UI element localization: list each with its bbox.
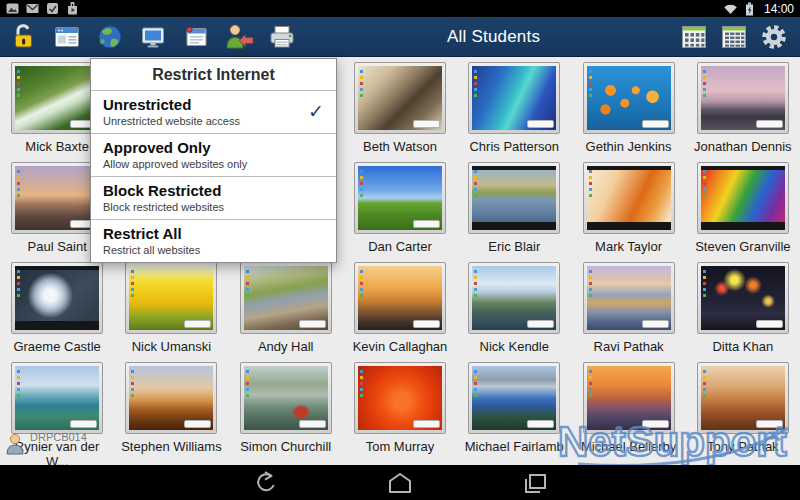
thumbnail-notification bbox=[299, 420, 326, 428]
desktop-icons bbox=[17, 170, 20, 173]
thumbnail-frame bbox=[125, 262, 217, 334]
monitor-icon bbox=[138, 22, 168, 52]
student-name-label: Simon Churchill bbox=[233, 439, 339, 454]
restrict-internet-button[interactable] bbox=[88, 17, 131, 57]
thumbnail-notification bbox=[642, 120, 669, 128]
student-tile[interactable]: DRPCB014 Rynier van der W... bbox=[0, 357, 114, 457]
student-screen-thumbnail bbox=[701, 166, 785, 230]
student-screen-thumbnail bbox=[244, 366, 328, 430]
student-tile[interactable]: Mark Taylor bbox=[571, 157, 685, 257]
thumbnail-view-button[interactable] bbox=[674, 17, 714, 57]
settings-button[interactable] bbox=[754, 17, 794, 57]
student-tile[interactable]: Andy Hall bbox=[229, 257, 343, 357]
desktop-icons bbox=[474, 70, 477, 73]
student-tile[interactable]: Kevin Callaghan bbox=[343, 257, 457, 357]
desktop-icons bbox=[360, 370, 363, 373]
desktop-icons bbox=[589, 270, 592, 273]
student-tile[interactable]: Eric Blair bbox=[457, 157, 571, 257]
desktop-icons bbox=[360, 170, 363, 173]
unlock-icon bbox=[9, 22, 39, 52]
desktop-icons bbox=[246, 370, 249, 373]
student-tile[interactable]: Steven Granville bbox=[686, 157, 800, 257]
thumbnail-frame bbox=[11, 262, 103, 334]
thumbnail-frame bbox=[468, 62, 560, 134]
thumbnail-notification bbox=[413, 420, 440, 428]
student-name-label: Ravi Pathak bbox=[576, 339, 682, 354]
thumbnail-frame bbox=[354, 362, 446, 434]
desktop-icons bbox=[17, 270, 20, 273]
thumbnail-notification bbox=[413, 120, 440, 128]
menu-item-description: Restrict all websites bbox=[103, 244, 324, 257]
blank-screen-button[interactable] bbox=[131, 17, 174, 57]
browser-window-button[interactable] bbox=[45, 17, 88, 57]
student-tile[interactable]: Nick Kendle bbox=[457, 257, 571, 357]
desktop-icons bbox=[17, 70, 20, 73]
student-tile[interactable]: Beth Watson bbox=[343, 57, 457, 157]
menu-item-label: Unrestricted bbox=[103, 96, 324, 114]
thumbnail-frame bbox=[697, 362, 789, 434]
student-tile[interactable]: Michael Bellerby bbox=[571, 357, 685, 457]
thumbnail-frame bbox=[697, 62, 789, 134]
thumbnail-notification bbox=[527, 120, 554, 128]
student-tile[interactable]: Gethin Jenkins bbox=[571, 57, 685, 157]
student-tile[interactable]: Simon Churchill bbox=[229, 357, 343, 457]
student-name-label: Nick Umanski bbox=[118, 339, 224, 354]
desktop-icons bbox=[703, 270, 706, 273]
thumbnail-notification bbox=[184, 320, 211, 328]
student-screen-thumbnail bbox=[129, 366, 213, 430]
student-tile[interactable]: Dan Carter bbox=[343, 157, 457, 257]
recent-apps-button[interactable] bbox=[517, 470, 553, 496]
menu-item-label: Restrict All bbox=[103, 225, 324, 243]
student-tile[interactable]: Jonathan Dennis bbox=[686, 57, 800, 157]
student-screen-thumbnail bbox=[358, 366, 442, 430]
student-tile[interactable]: Michael Fairlamb bbox=[457, 357, 571, 457]
student-tile[interactable]: Tom Murray bbox=[343, 357, 457, 457]
notes-button[interactable] bbox=[174, 17, 217, 57]
student-tile[interactable]: Tony Pathak bbox=[686, 357, 800, 457]
details-view-icon bbox=[720, 24, 748, 50]
desktop-icons bbox=[703, 70, 706, 73]
student-tile[interactable]: Ditta Khan bbox=[686, 257, 800, 357]
student-screen-thumbnail bbox=[15, 366, 99, 430]
student-sign-out-button[interactable] bbox=[217, 17, 260, 57]
thumbnail-frame bbox=[354, 62, 446, 134]
menu-item[interactable]: Block Restricted Block restricted websit… bbox=[91, 176, 336, 219]
student-screen-thumbnail bbox=[472, 166, 556, 230]
thumbnail-frame bbox=[583, 262, 675, 334]
thumbnail-frame bbox=[468, 362, 560, 434]
thumbnail-notification bbox=[756, 420, 783, 428]
thumbnail-notification bbox=[70, 420, 97, 428]
wifi-icon bbox=[723, 3, 738, 15]
thumbnail-notification bbox=[756, 320, 783, 328]
thumbnail-notification bbox=[527, 420, 554, 428]
desktop-icons bbox=[474, 170, 477, 173]
home-button[interactable] bbox=[382, 470, 418, 496]
student-tile[interactable]: Ravi Pathak bbox=[571, 257, 685, 357]
student-screen-thumbnail bbox=[701, 266, 785, 330]
thumbnail-frame bbox=[697, 262, 789, 334]
student-screen-thumbnail bbox=[587, 66, 671, 130]
unlock-button[interactable] bbox=[2, 17, 45, 57]
back-button[interactable] bbox=[247, 470, 283, 496]
student-tile[interactable]: Stephen Williams bbox=[114, 357, 228, 457]
gallery-icon bbox=[6, 2, 19, 15]
student-tile[interactable]: Chris Patterson bbox=[457, 57, 571, 157]
student-name-label: Stephen Williams bbox=[118, 439, 224, 454]
student-tile[interactable]: Nick Umanski bbox=[114, 257, 228, 357]
menu-item-description: Unrestricted website access bbox=[103, 115, 324, 128]
student-tile[interactable]: Graeme Castle bbox=[0, 257, 114, 357]
thumbnail-frame bbox=[240, 262, 332, 334]
menu-item[interactable]: Approved Only Allow approved websites on… bbox=[91, 133, 336, 176]
thumbnail-frame bbox=[354, 262, 446, 334]
print-button[interactable] bbox=[260, 17, 303, 57]
gear-icon bbox=[760, 23, 788, 51]
student-screen-thumbnail bbox=[15, 166, 99, 230]
student-screen-thumbnail bbox=[587, 266, 671, 330]
back-icon bbox=[252, 471, 278, 495]
menu-title: Restrict Internet bbox=[91, 59, 336, 90]
student-screen-thumbnail bbox=[358, 166, 442, 230]
menu-item[interactable]: Unrestricted Unrestricted website access… bbox=[91, 90, 336, 133]
details-view-button[interactable] bbox=[714, 17, 754, 57]
menu-item[interactable]: Restrict All Restrict all websites ✓ bbox=[91, 219, 336, 262]
thumbnail-frame bbox=[468, 162, 560, 234]
